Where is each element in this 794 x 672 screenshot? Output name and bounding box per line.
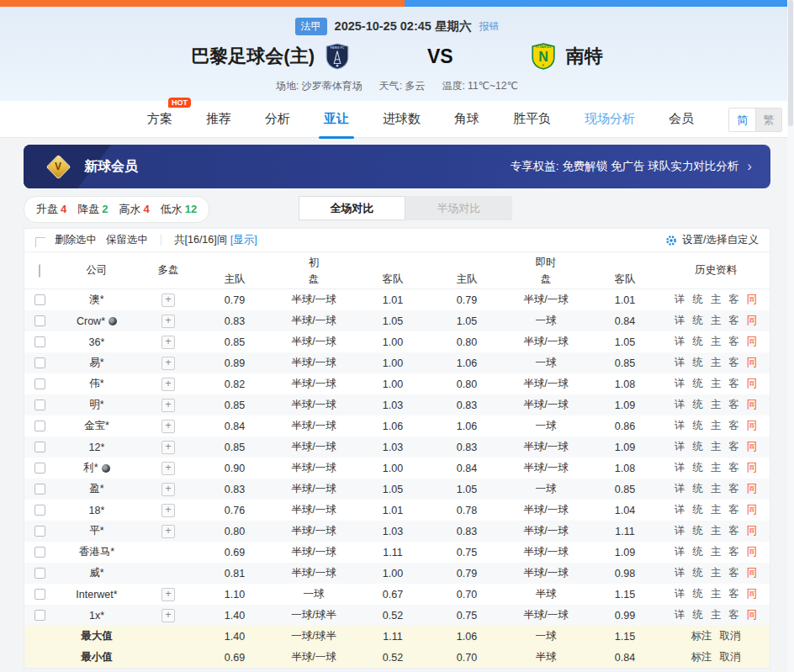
history-away-link[interactable]: 客 — [728, 419, 739, 433]
row-checkbox[interactable] — [34, 610, 45, 621]
scrollbar[interactable] — [787, 0, 794, 672]
history-home-link[interactable]: 主 — [711, 293, 722, 307]
history-home-link[interactable]: 主 — [711, 587, 722, 601]
history-away-link[interactable]: 客 — [728, 587, 739, 601]
history-stats-link[interactable]: 统 — [692, 524, 703, 538]
multi-odds-button[interactable]: + — [161, 378, 175, 391]
row-checkbox[interactable] — [34, 336, 45, 347]
history-same-link[interactable]: 同 — [747, 293, 758, 307]
select-partial-icon[interactable] — [35, 237, 45, 247]
multi-odds-button[interactable]: + — [161, 609, 175, 622]
history-stats-link[interactable]: 统 — [692, 398, 703, 412]
history-away-link[interactable]: 客 — [728, 398, 739, 412]
history-away-link[interactable]: 客 — [728, 440, 739, 454]
history-same-link[interactable]: 同 — [747, 503, 758, 517]
history-same-link[interactable]: 同 — [747, 545, 758, 559]
history-detail-link[interactable]: 详 — [675, 545, 685, 559]
history-home-link[interactable]: 主 — [711, 608, 722, 622]
tab-1x2[interactable]: 胜平负 — [511, 108, 553, 130]
history-stats-link[interactable]: 统 — [692, 419, 703, 433]
row-checkbox[interactable] — [34, 484, 45, 495]
history-away-link[interactable]: 客 — [728, 482, 739, 496]
history-stats-link[interactable]: 统 — [692, 356, 703, 370]
history-detail-link[interactable]: 详 — [675, 356, 685, 370]
history-stats-link[interactable]: 统 — [692, 503, 703, 517]
lang-simplified-button[interactable]: 简 — [729, 108, 755, 131]
history-same-link[interactable]: 同 — [747, 314, 758, 328]
tab-asian-handicap[interactable]: 亚让 — [322, 108, 351, 130]
row-checkbox[interactable] — [34, 378, 45, 389]
history-detail-link[interactable]: 详 — [675, 566, 685, 580]
history-same-link[interactable]: 同 — [747, 440, 758, 454]
multi-odds-button[interactable]: + — [161, 483, 175, 496]
history-home-link[interactable]: 主 — [711, 503, 722, 517]
row-checkbox[interactable] — [34, 526, 45, 537]
history-away-link[interactable]: 客 — [728, 608, 739, 622]
history-detail-link[interactable]: 详 — [675, 293, 685, 307]
tab-plans[interactable]: 方案 HOT — [146, 108, 174, 130]
row-checkbox[interactable] — [34, 547, 45, 558]
cancel-link[interactable]: 取消 — [720, 629, 741, 643]
history-away-link[interactable]: 客 — [728, 377, 739, 391]
report-error-link[interactable]: 报错 — [479, 19, 499, 34]
row-checkbox[interactable] — [34, 399, 45, 410]
multi-odds-button[interactable]: + — [161, 357, 175, 370]
history-home-link[interactable]: 主 — [711, 482, 722, 496]
history-away-link[interactable]: 客 — [728, 566, 739, 580]
history-home-link[interactable]: 主 — [711, 314, 722, 328]
history-detail-link[interactable]: 详 — [675, 482, 685, 496]
history-stats-link[interactable]: 统 — [692, 461, 703, 475]
history-away-link[interactable]: 客 — [728, 461, 739, 475]
multi-odds-button[interactable]: + — [161, 504, 175, 517]
history-detail-link[interactable]: 详 — [675, 419, 685, 433]
history-away-link[interactable]: 客 — [728, 293, 739, 307]
history-away-link[interactable]: 客 — [728, 524, 739, 538]
lang-traditional-button[interactable]: 繁 — [755, 108, 781, 131]
row-checkbox[interactable] — [34, 568, 45, 579]
select-all-checkbox[interactable] — [39, 264, 40, 278]
row-checkbox[interactable] — [34, 589, 45, 600]
row-checkbox[interactable] — [34, 463, 45, 474]
history-away-link[interactable]: 客 — [728, 335, 739, 349]
history-detail-link[interactable]: 详 — [675, 398, 685, 412]
history-stats-link[interactable]: 统 — [692, 335, 703, 349]
history-stats-link[interactable]: 统 — [692, 314, 703, 328]
history-stats-link[interactable]: 统 — [692, 440, 703, 454]
mark-link[interactable]: 标注 — [691, 629, 712, 643]
delete-selected-button[interactable]: 删除选中 — [55, 233, 97, 247]
tab-analysis[interactable]: 分析 — [263, 108, 292, 130]
tab-membership[interactable]: 会员 — [667, 108, 696, 130]
history-stats-link[interactable]: 统 — [692, 587, 703, 601]
settings-control[interactable]: 设置/选择自定义 — [665, 233, 759, 247]
half-match-compare-tab[interactable]: 半场对比 — [405, 196, 512, 220]
history-away-link[interactable]: 客 — [728, 356, 739, 370]
history-same-link[interactable]: 同 — [747, 482, 758, 496]
multi-odds-button[interactable]: + — [161, 399, 175, 412]
history-same-link[interactable]: 同 — [747, 377, 758, 391]
scrollbar-thumb[interactable] — [788, 0, 793, 126]
history-same-link[interactable]: 同 — [747, 566, 758, 580]
multi-odds-button[interactable]: + — [161, 462, 175, 475]
history-home-link[interactable]: 主 — [711, 377, 722, 391]
history-detail-link[interactable]: 详 — [675, 335, 685, 349]
history-home-link[interactable]: 主 — [711, 440, 722, 454]
multi-odds-button[interactable]: + — [161, 294, 175, 307]
history-detail-link[interactable]: 详 — [675, 440, 685, 454]
history-stats-link[interactable]: 统 — [692, 608, 703, 622]
history-detail-link[interactable]: 详 — [675, 587, 685, 601]
tab-recommend[interactable]: 推荐 — [204, 108, 233, 130]
history-detail-link[interactable]: 详 — [675, 314, 685, 328]
show-link[interactable]: [显示] — [230, 234, 257, 246]
row-checkbox[interactable] — [34, 505, 45, 516]
history-same-link[interactable]: 同 — [747, 419, 758, 433]
history-same-link[interactable]: 同 — [747, 524, 758, 538]
mark-link[interactable]: 标注 — [691, 650, 712, 664]
history-same-link[interactable]: 同 — [747, 461, 758, 475]
history-same-link[interactable]: 同 — [747, 587, 758, 601]
history-stats-link[interactable]: 统 — [692, 482, 703, 496]
row-checkbox[interactable] — [34, 421, 45, 431]
multi-odds-button[interactable]: + — [161, 315, 175, 328]
history-away-link[interactable]: 客 — [728, 545, 739, 559]
vip-membership-banner[interactable]: V 新球会员 专享权益: 免费解锁 免广告 球队实力对比分析 › — [24, 145, 770, 188]
history-home-link[interactable]: 主 — [711, 356, 722, 370]
